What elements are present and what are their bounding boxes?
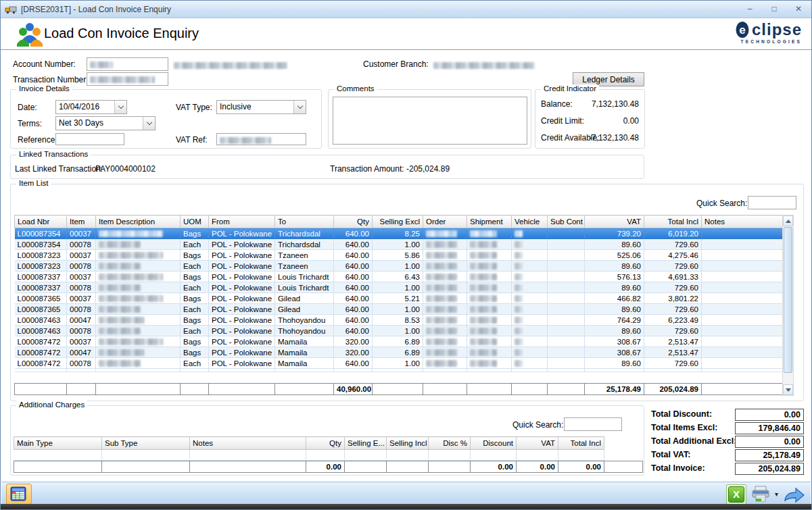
grid-window-button[interactable]: [6, 484, 32, 505]
title-bar[interactable]: [DRSE2031T] - Load Con Invoice Enquiry –…: [1, 1, 811, 18]
table-row[interactable]: L00008746300078EachPOL - PolokwaneThohoy…: [15, 326, 783, 336]
table-cell: 640.00: [334, 261, 373, 272]
table-row[interactable]: L00008735400078EachPOL - PolokwaneTricha…: [15, 239, 783, 250]
table-cell: 729.60: [644, 358, 702, 369]
column-header[interactable]: Load Nbr: [15, 215, 67, 228]
chevron-down-icon[interactable]: [143, 117, 155, 130]
table-cell: Mamaila: [275, 347, 334, 358]
charges-quick-search-input[interactable]: [564, 417, 622, 431]
column-header[interactable]: Selling Incl: [387, 437, 429, 450]
redacted-text: [515, 252, 523, 259]
comments-textarea[interactable]: [333, 97, 527, 145]
table-cell: [512, 282, 548, 293]
column-header[interactable]: Notes: [190, 437, 306, 450]
column-header[interactable]: UOM: [181, 215, 209, 228]
comments-group: Comments: [328, 89, 531, 149]
scrollbar-thumb[interactable]: [784, 227, 792, 373]
item-grid-scrollbar[interactable]: [782, 215, 794, 396]
column-header[interactable]: Total Incl: [558, 437, 604, 450]
forward-button[interactable]: [782, 486, 805, 503]
reference-input[interactable]: [55, 133, 124, 145]
redacted-text: [99, 295, 163, 302]
totals-panel: Total Discount:0.00Total Items Excl:179,…: [648, 405, 804, 476]
table-cell: [548, 239, 585, 250]
table-cell: 2,513.47: [644, 347, 702, 358]
column-header[interactable]: VAT: [517, 437, 558, 450]
column-header[interactable]: Sub Cont: [548, 215, 585, 228]
column-header[interactable]: Item Description: [96, 215, 181, 228]
redacted-text: [426, 349, 457, 356]
column-header[interactable]: Qty: [306, 437, 345, 450]
print-dropdown-caret[interactable]: ▾: [775, 490, 778, 498]
scroll-up-icon[interactable]: [783, 215, 793, 226]
table-cell: [467, 358, 512, 369]
column-header[interactable]: Main Type: [14, 437, 102, 450]
table-cell: 89.60: [585, 304, 644, 315]
table-row[interactable]: L00008736500078EachPOL - PolokwaneGilead…: [15, 304, 783, 315]
invoice-details-group: Invoice Details Date: 10/04/2016 VAT Typ…: [10, 89, 322, 149]
column-header[interactable]: Order: [423, 215, 467, 228]
table-row[interactable]: L00008735400037BagsPOL - PolokwaneTricha…: [15, 228, 783, 239]
column-header[interactable]: Selling Excl: [373, 215, 423, 228]
totals-cell: 0.00: [306, 461, 345, 473]
page-header: Load Con Invoice Enquiry e clipse TECHNO…: [1, 18, 811, 50]
customer-branch-value: [433, 60, 535, 70]
table-row[interactable]: L00008732300037BagsPOL - PolokwaneTzanee…: [15, 250, 783, 261]
table-row[interactable]: L00008733700078EachPOL - PolokwaneLouis …: [15, 282, 783, 293]
vat-ref-input[interactable]: [216, 133, 306, 145]
scroll-down-icon[interactable]: [783, 384, 793, 395]
linked-transactions-group-label: Linked Transactions: [16, 150, 91, 158]
table-row[interactable]: L00008736500037BagsPOL - PolokwaneGilead…: [15, 293, 783, 304]
print-button[interactable]: [750, 485, 771, 504]
column-header[interactable]: Total Incl: [644, 215, 702, 228]
total-label: Total Invoice:: [651, 463, 705, 473]
column-header[interactable]: To: [275, 215, 334, 228]
date-combobox[interactable]: 10/04/2016: [55, 100, 127, 114]
table-cell: L000087472: [15, 358, 67, 369]
account-number-input[interactable]: [87, 57, 168, 71]
maximize-button[interactable]: □: [765, 3, 783, 15]
column-header[interactable]: Qty: [334, 215, 373, 228]
table-cell: [96, 358, 181, 369]
column-header[interactable]: Sub Type: [102, 437, 190, 450]
table-row[interactable]: L00008733700037BagsPOL - PolokwaneLouis …: [15, 272, 783, 282]
vat-type-combobox[interactable]: Inclusive: [216, 100, 306, 114]
chevron-down-icon[interactable]: [114, 101, 126, 113]
table-cell: [467, 347, 512, 358]
column-header[interactable]: Item: [67, 215, 96, 228]
chevron-down-icon[interactable]: [293, 101, 306, 113]
column-header[interactable]: VAT: [585, 215, 644, 228]
table-row[interactable]: L00008732300078EachPOL - PolokwaneTzanee…: [15, 261, 783, 272]
totals-cell: [548, 384, 585, 395]
table-row[interactable]: [14, 450, 604, 461]
table-row[interactable]: L00008746300047BagsPOL - PolokwaneThohoy…: [15, 315, 783, 326]
column-header[interactable]: From: [209, 215, 275, 228]
column-header[interactable]: Shipment: [467, 215, 512, 228]
column-header[interactable]: Vehicle: [512, 215, 548, 228]
redacted-text: [99, 306, 141, 313]
table-cell: L000087365: [15, 293, 67, 304]
account-number-label: Account Number:: [13, 59, 76, 69]
table-cell: [345, 450, 387, 461]
column-header[interactable]: Notes: [702, 215, 783, 228]
close-button[interactable]: ✕: [790, 3, 807, 15]
excel-icon: X: [728, 486, 744, 503]
column-header[interactable]: Disc %: [429, 437, 471, 450]
terms-combobox[interactable]: Net 30 Days: [55, 116, 156, 130]
window-title: [DRSE2031T] - Load Con Invoice Enquiry: [21, 5, 171, 14]
minimize-button[interactable]: –: [741, 3, 759, 15]
redacted-text: [426, 295, 457, 302]
table-cell: Louis Trichardt: [275, 272, 334, 282]
export-excel-button[interactable]: X: [726, 484, 746, 505]
transaction-number-input[interactable]: [87, 72, 168, 86]
redacted-text: [470, 252, 497, 259]
table-row[interactable]: L00008747200037BagsPOL - PolokwaneMamail…: [15, 336, 783, 347]
totals-cell: [387, 461, 429, 473]
item-quick-search-input[interactable]: [748, 196, 796, 209]
column-header[interactable]: Selling E...: [345, 437, 387, 450]
table-cell: 89.60: [585, 358, 644, 369]
table-row[interactable]: L00008747200047BagsPOL - PolokwaneMamail…: [15, 347, 783, 358]
column-header[interactable]: Discount: [471, 437, 517, 450]
table-row[interactable]: L00008747200078EachPOL - PolokwaneMamail…: [15, 358, 783, 369]
redacted-transaction-number: [90, 76, 155, 83]
